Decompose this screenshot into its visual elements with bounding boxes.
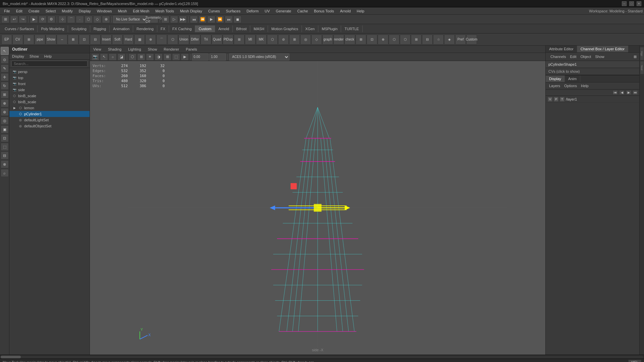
tree-item-defaultobjectset[interactable]: ◎ defaultObjectSet [9, 123, 90, 129]
layer-t-toggle[interactable]: T [560, 97, 565, 102]
shelf-icon-mi[interactable]: MI [245, 35, 256, 45]
shelf-icon-12[interactable]: ⬡ [267, 35, 278, 45]
outliner-menu-help[interactable]: Help [42, 53, 55, 59]
select-tool[interactable]: ↖ [1, 47, 9, 55]
playback-play[interactable]: ▶ [207, 16, 215, 23]
cb-menu-show[interactable]: Show [593, 54, 606, 59]
shelf-icon-hard[interactable]: Hard [123, 35, 134, 45]
tree-item-lemon[interactable]: ▶ ⬡ lemon [9, 105, 90, 111]
paint-weights[interactable]: ▣ [1, 125, 9, 133]
tree-item-side[interactable]: 📷 side [9, 87, 90, 93]
shelf-tab-animation[interactable]: Animation [110, 25, 133, 32]
layers-menu-help[interactable]: Help [579, 83, 591, 88]
shelf-icon-17[interactable]: ⊞ [356, 35, 366, 45]
menu-cache[interactable]: Cache [294, 8, 311, 14]
shelf-icon-soft[interactable]: Soft [112, 35, 123, 45]
shelf-icon-pldup[interactable]: PlDup [223, 35, 233, 45]
shelf-tab-msplugin[interactable]: MSPlugin [318, 25, 341, 32]
shelf-icon-mk[interactable]: MK [256, 35, 267, 45]
snap-6[interactable]: ⊕ [102, 16, 110, 23]
shelf-tab-fxcaching[interactable]: FX Caching [169, 25, 195, 32]
menu-edit-mesh[interactable]: Edit Mesh [130, 8, 152, 14]
outliner-menu-display[interactable]: Display [9, 53, 27, 59]
shelf-icon-10[interactable]: ⬡ [167, 35, 178, 45]
show-manip-tool[interactable]: ⊛ [1, 108, 9, 116]
soft-select[interactable]: ◎ [1, 117, 9, 125]
menu-generate[interactable]: Generate [273, 8, 294, 14]
shelf-icon-check[interactable]: check [344, 35, 355, 45]
cvs-click-text[interactable]: CVs (click to show) [546, 68, 639, 75]
render-seq[interactable]: ▶▶ [179, 16, 187, 23]
outliner-menu-show[interactable]: Show [27, 53, 42, 59]
menu-surfaces[interactable]: Surfaces [223, 8, 243, 14]
shelf-icon-23[interactable]: ⊟ [422, 35, 433, 45]
bottom-scrollbar[interactable] [0, 355, 644, 359]
layer-item[interactable]: V P T /layer1 [546, 96, 639, 103]
menu-help[interactable]: Help [354, 8, 367, 14]
universal-tool[interactable]: ⊕ [1, 99, 9, 107]
menu-file[interactable]: File [1, 8, 13, 14]
minimize-button[interactable]: ─ [622, 1, 627, 6]
cb-menu-edit[interactable]: Edit [568, 54, 578, 59]
playback-fwd[interactable]: ⏩ [216, 16, 224, 23]
shelf-icon-dup[interactable]: ⊕ [145, 35, 156, 45]
layers-nav-btn-4[interactable]: ⏭ [633, 90, 638, 95]
vp-menu-shading[interactable]: Shading [105, 46, 125, 52]
tool-14[interactable]: ⊗ [1, 160, 9, 168]
playback-back[interactable]: ⏪ [199, 16, 207, 23]
tool-13[interactable]: ⊟ [1, 152, 9, 160]
menu-modify[interactable]: Modify [59, 8, 75, 14]
layers-nav-btn-3[interactable]: ▶ [626, 90, 631, 95]
viewport-canvas[interactable]: Verts: 274 192 32 Edges: 532 352 0 Faces… [90, 61, 545, 355]
menu-arnold[interactable]: Arnold [337, 8, 354, 14]
shelf-icon-union[interactable]: Union [178, 35, 189, 45]
vp-color-profile[interactable]: ACES 1.0 SDR-video (sRGB) [229, 53, 289, 61]
menu-curves[interactable]: Curves [206, 8, 223, 14]
mel-button[interactable]: MEL [628, 360, 641, 362]
shelf-icon-6[interactable]: ↔ [57, 35, 67, 45]
shelf-icon-13[interactable]: ⊘ [278, 35, 289, 45]
da-tab-anim[interactable]: Anim [565, 75, 580, 82]
vp-shadow-btn[interactable]: ◑ [155, 53, 163, 61]
layers-menu-layers[interactable]: Layers [547, 83, 562, 88]
shelf-icon-2[interactable]: CV [12, 35, 23, 45]
snap-5[interactable]: ◇ [93, 16, 101, 23]
symmetry-off[interactable]: Symmetry: Off [150, 16, 158, 23]
vp-camera-btn[interactable]: 📷 [91, 53, 99, 61]
shelf-icon-11[interactable]: ⊞ [234, 35, 245, 45]
vp-texture-btn[interactable]: ⊞ [137, 53, 145, 61]
shelf-tab-arnold[interactable]: Arnold [215, 25, 233, 32]
shelf-icon-render[interactable]: render [333, 35, 344, 45]
shelf-icon-3[interactable]: ⊞ [23, 35, 34, 45]
menu-windows[interactable]: Windows [94, 8, 115, 14]
vp-hide-btn[interactable]: ○ [109, 53, 117, 61]
shelf-icon-25[interactable]: ◈ [444, 35, 455, 45]
toolbar-icon-1[interactable]: ⊞ [1, 16, 9, 23]
tree-item-defaultlightset[interactable]: ◎ defaultLightSet [9, 117, 90, 123]
shelf-icon-15[interactable]: ◎ [300, 35, 311, 45]
layers-nav-btn-1[interactable]: ⏮ [612, 90, 618, 95]
menu-mesh-tools[interactable]: Mesh Tools [153, 8, 176, 14]
toolbar-icon-4[interactable]: ▶ [30, 16, 38, 23]
shelf-icon-19[interactable]: ⊕ [378, 35, 388, 45]
outliner-search-input[interactable] [11, 61, 88, 67]
shelf-tab-rendering[interactable]: Rendering [133, 25, 157, 32]
shelf-tab-curves[interactable]: Curves / Surfaces [1, 25, 38, 32]
shelf-tab-fx[interactable]: FX [157, 25, 169, 32]
move-tool[interactable]: ✛ [1, 73, 9, 81]
shelf-icon-9[interactable]: ⊟ [90, 35, 101, 45]
close-button[interactable]: ✕ [637, 1, 641, 6]
shelf-tab-bifrost[interactable]: Bifrost [233, 25, 250, 32]
menu-mesh[interactable]: Mesh [115, 8, 129, 14]
vp-shading-btn[interactable]: ⬡ [128, 53, 137, 61]
layer-p-toggle[interactable]: P [554, 97, 558, 102]
render-btn[interactable]: ▷ [170, 16, 178, 23]
vp-playblast-btn[interactable]: ▶ [181, 53, 189, 61]
vp-grid-btn[interactable]: ⊞ [163, 53, 171, 61]
tree-item-binb2[interactable]: ⬡ binB_scale [9, 99, 90, 105]
toolbar-icon-3[interactable]: ↪ [19, 16, 27, 23]
shelf-icon-graph[interactable]: graph [322, 35, 333, 45]
transform-icon[interactable]: ⊞ [161, 16, 169, 23]
shelf-tab-turtle[interactable]: TURTLE [341, 25, 363, 32]
vp-menu-panels[interactable]: Panels [182, 46, 201, 52]
